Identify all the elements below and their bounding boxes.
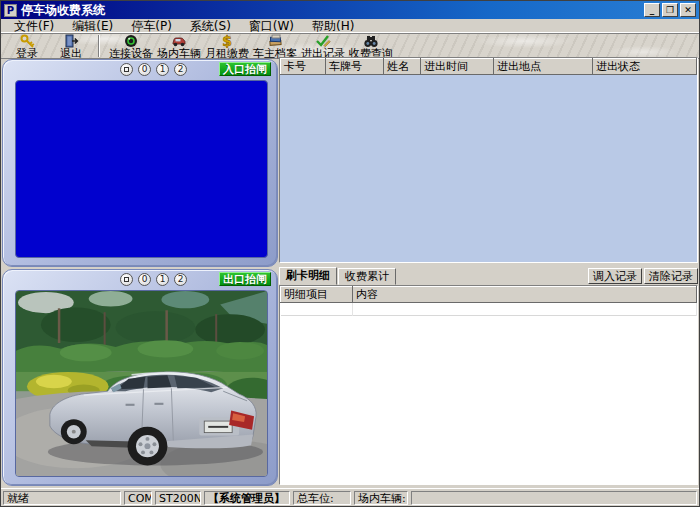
titlebar: P 停车场收费系统 _ ❐ ✕ [1, 1, 699, 19]
entrance-camera-header: 0 1 2 入口抬闸 [3, 60, 277, 78]
column-header-status[interactable]: 进出状态 [593, 59, 697, 75]
record-check-icon [315, 34, 331, 48]
menu-system[interactable]: 系统(S) [181, 19, 240, 33]
minimize-button[interactable]: _ [644, 3, 660, 17]
entrance-channel-0-button[interactable]: 0 [138, 63, 151, 76]
logout-button[interactable]: 退出 [51, 33, 91, 59]
column-header-location[interactable]: 进出地点 [494, 59, 593, 75]
entrance-channel-1-button[interactable]: 1 [156, 63, 169, 76]
status-ready: 就绪 [3, 491, 121, 505]
binoculars-icon [363, 34, 379, 48]
dollar-icon: $ [220, 34, 234, 48]
owner-files-button[interactable]: 车主档案 [251, 33, 299, 59]
close-button[interactable]: ✕ [680, 3, 696, 17]
in-out-records-button[interactable]: 进出记录 [299, 33, 347, 59]
camera-column: 0 1 2 入口抬闸 0 1 2 出口抬闸 [2, 57, 278, 486]
exit-channel-0-button[interactable]: 0 [138, 273, 151, 286]
tab-card-detail[interactable]: 刷卡明细 [279, 267, 337, 285]
menu-edit[interactable]: 编辑(E) [63, 19, 122, 33]
vehicles-in-lot-button[interactable]: 场内车辆 [155, 33, 203, 59]
svg-text:$: $ [222, 34, 232, 48]
statusbar: 就绪 COM1 ST200NT2 【系统管理员】 总车位: 场内车辆: [1, 488, 699, 506]
power-led-icon [124, 34, 138, 48]
load-records-button[interactable]: 调入记录 [588, 268, 642, 284]
entrance-channel-2-button[interactable]: 2 [174, 63, 187, 76]
card-detail-table: 明细项目 内容 [279, 285, 698, 485]
toolbar-separator [98, 35, 100, 57]
exit-camera-panel: 0 1 2 出口抬闸 [2, 269, 278, 486]
app-icon: P [4, 4, 17, 17]
status-total-spaces: 总车位: [293, 491, 351, 505]
status-com-port: COM1 [124, 491, 152, 505]
status-filler [411, 491, 697, 505]
monitor-select-icon[interactable] [120, 273, 133, 286]
fee-inquiry-button[interactable]: 收费查询 [347, 33, 395, 59]
exit-channel-2-button[interactable]: 2 [174, 273, 187, 286]
menu-parking[interactable]: 停车(P) [122, 19, 181, 33]
window-title: 停车场收费系统 [21, 2, 644, 19]
exit-camera-header: 0 1 2 出口抬闸 [3, 270, 277, 288]
records-column: 卡号 车牌号 姓名 进出时间 进出地点 进出状态 刷卡明细 收费累计 调入记录 [279, 57, 698, 488]
status-in-lot-vehicles: 场内车辆: [354, 491, 408, 505]
status-device: ST200NT2 [155, 491, 201, 505]
menu-file[interactable]: 文件(F) [5, 19, 63, 33]
entrance-gate-lift-button[interactable]: 入口抬闸 [219, 62, 271, 76]
menu-help[interactable]: 帮助(H) [303, 19, 363, 33]
column-header-card-no[interactable]: 卡号 [281, 59, 326, 75]
entrance-video-feed [15, 80, 268, 258]
files-icon [268, 34, 283, 48]
car-icon [171, 34, 187, 48]
column-header-detail-item[interactable]: 明细项目 [281, 287, 353, 303]
status-operator: 【系统管理员】 [204, 491, 290, 505]
connect-device-button[interactable]: 连接设备 [107, 33, 155, 59]
detail-tab-bar: 刷卡明细 收费累计 调入记录 清除记录 [279, 267, 698, 285]
exit-channel-1-button[interactable]: 1 [156, 273, 169, 286]
main-area: 0 1 2 入口抬闸 0 1 2 出口抬闸 [1, 57, 699, 488]
column-header-time[interactable]: 进出时间 [421, 59, 494, 75]
tab-fee-total[interactable]: 收费累计 [338, 268, 396, 285]
exit-video-feed [15, 290, 268, 477]
menu-window[interactable]: 窗口(W) [240, 19, 303, 33]
column-header-content[interactable]: 内容 [353, 287, 697, 303]
app-window: P 停车场收费系统 _ ❐ ✕ 文件(F) 编辑(E) 停车(P) 系统(S) … [0, 0, 700, 507]
monthly-fee-button[interactable]: $ 月租缴费 [203, 33, 251, 59]
toolbar: 登录 退出 连接设备 场内车辆 $ 月租缴费 [1, 33, 699, 59]
car-photo-silver-sedan [16, 291, 267, 476]
key-icon [20, 34, 35, 48]
table-row [281, 303, 697, 316]
in-out-records-table: 卡号 车牌号 姓名 进出时间 进出地点 进出状态 [279, 57, 698, 263]
exit-gate-lift-button[interactable]: 出口抬闸 [219, 272, 271, 286]
login-button[interactable]: 登录 [7, 33, 47, 59]
column-header-name[interactable]: 姓名 [384, 59, 421, 75]
square-icon [124, 67, 129, 72]
exit-door-icon [64, 34, 79, 48]
maximize-button[interactable]: ❐ [662, 3, 678, 17]
column-header-plate-no[interactable]: 车牌号 [326, 59, 384, 75]
square-icon [124, 277, 129, 282]
menubar: 文件(F) 编辑(E) 停车(P) 系统(S) 窗口(W) 帮助(H) [1, 19, 699, 33]
clear-records-button[interactable]: 清除记录 [644, 268, 698, 284]
monitor-select-icon[interactable] [120, 63, 133, 76]
entrance-camera-panel: 0 1 2 入口抬闸 [2, 59, 278, 267]
